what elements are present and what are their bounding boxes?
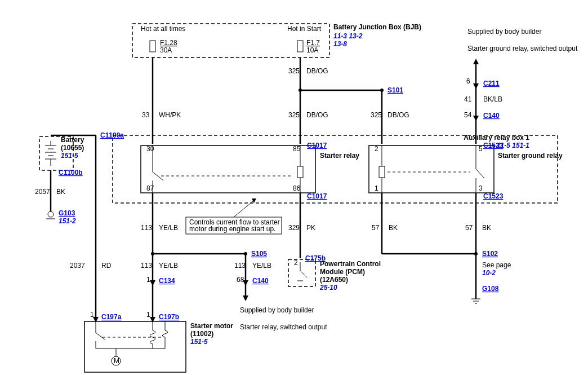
svg-text:RD: RD <box>101 262 112 270</box>
f17-amps: 10A <box>306 46 318 54</box>
supplied-2a: Supplied by body builder <box>467 28 541 36</box>
svg-text:113: 113 <box>234 262 246 270</box>
svg-line-59 <box>300 271 307 277</box>
svg-text:5: 5 <box>479 145 483 153</box>
svg-text:2: 2 <box>375 145 378 153</box>
w41-c: BK/LB <box>483 95 502 103</box>
svg-text:Auxiliary relay box 1: Auxiliary relay box 1 <box>464 134 529 142</box>
svg-text:BK: BK <box>389 224 398 232</box>
w54-n: 54 <box>464 111 472 119</box>
f17-name: F1.7 <box>306 39 320 47</box>
svg-line-87 <box>96 333 105 339</box>
c140-top: C140 <box>483 112 500 120</box>
w325b-n: 325 <box>288 111 300 119</box>
svg-text:motor during engine start up.: motor during engine start up. <box>189 225 275 233</box>
fuse-1-symbol <box>150 41 155 52</box>
g103: G103 <box>59 209 75 217</box>
svg-text:Battery: Battery <box>61 136 84 144</box>
svg-text:57: 57 <box>465 224 473 232</box>
svg-text:1: 1 <box>146 311 150 319</box>
svg-text:2037: 2037 <box>70 262 85 270</box>
seepage-ref: 10-2 <box>482 269 496 277</box>
c1523-bot: C1523 <box>483 192 504 200</box>
w325c-c: DB/OG <box>387 111 409 119</box>
svg-marker-47 <box>150 280 155 286</box>
w41-n: 41 <box>464 95 472 103</box>
g108: G108 <box>482 285 499 293</box>
svg-marker-2 <box>473 116 479 121</box>
w33-col: WH/PK <box>159 111 181 119</box>
svg-text:YE/LB: YE/LB <box>159 224 178 232</box>
svg-text:1: 1 <box>146 276 150 284</box>
c1100b: C1100b <box>59 169 83 177</box>
w325a-c: DB/OG <box>306 67 328 75</box>
w325c-n: 325 <box>371 111 382 119</box>
svg-text:30: 30 <box>146 145 154 153</box>
starter-gnd-note: Starter ground relay, switched output <box>467 45 578 52</box>
arrow-up-icon <box>473 59 479 64</box>
svg-text:113: 113 <box>141 224 152 232</box>
w6-n: 6 <box>466 77 470 85</box>
svg-text:YE/LB: YE/LB <box>159 262 178 270</box>
starter-ref: 151-5 <box>190 338 208 346</box>
f128-hot: Hot at all times <box>141 25 185 33</box>
svg-text:87: 87 <box>146 184 154 192</box>
starter-ground-relay <box>369 145 494 193</box>
s102: S102 <box>482 250 498 258</box>
svg-text:85: 85 <box>293 145 301 153</box>
fuse-2-symbol <box>297 41 303 52</box>
svg-marker-1 <box>473 83 479 89</box>
svg-text:3: 3 <box>479 184 483 192</box>
c140-bot: C140 <box>252 277 269 285</box>
svg-rect-21 <box>379 166 385 178</box>
svg-text:Supplied by body builder: Supplied by body builder <box>240 306 314 314</box>
starter-relay <box>141 145 315 193</box>
w325b-c: DB/OG <box>306 111 328 119</box>
svg-text:BK: BK <box>56 188 65 196</box>
svg-text:Powertrain Control: Powertrain Control <box>320 260 381 268</box>
bjb-ref-2: 13-8 <box>333 40 347 48</box>
c1017-bot: C1017 <box>307 192 327 200</box>
f128-name: F1.28 <box>160 39 177 47</box>
svg-text:(10655): (10655) <box>61 144 84 152</box>
c134: C134 <box>159 277 175 285</box>
svg-text:329: 329 <box>288 224 300 232</box>
c1523-top: C1523 <box>483 142 504 149</box>
ground-symbol <box>48 211 54 217</box>
seepage: See page <box>482 261 511 269</box>
wiring-diagram: Battery Junction Box (BJB) 11-3 13-2 13-… <box>0 0 588 375</box>
svg-text:Starter motor: Starter motor <box>190 322 233 330</box>
svg-line-25 <box>476 169 484 178</box>
svg-line-37 <box>234 198 256 217</box>
f128-amps: 30A <box>160 46 172 54</box>
svg-text:113: 113 <box>141 262 152 270</box>
s105: S105 <box>251 250 267 258</box>
w325a-n: 325 <box>288 67 300 75</box>
svg-text:YE/LB: YE/LB <box>252 262 271 270</box>
svg-text:Module (PCM): Module (PCM) <box>320 268 365 276</box>
s101: S101 <box>387 86 403 94</box>
sgr-label: Starter ground relay <box>498 152 563 160</box>
c1100a: C1100a <box>100 131 124 139</box>
c197b: C197b <box>159 313 179 321</box>
starter-motor <box>84 321 186 372</box>
svg-text:86: 86 <box>293 184 301 192</box>
starter-relay-label: Starter relay <box>320 152 359 160</box>
svg-text:(11002): (11002) <box>190 330 213 338</box>
svg-text:2057: 2057 <box>35 188 50 196</box>
svg-text:(12A650): (12A650) <box>320 276 348 284</box>
svg-text:BK: BK <box>482 224 491 232</box>
svg-rect-14 <box>297 166 303 178</box>
svg-text:68: 68 <box>237 276 244 284</box>
svg-point-53 <box>474 252 478 255</box>
c1017-top: C1017 <box>307 142 327 149</box>
battery-ref: 151-5 <box>61 152 78 160</box>
svg-text:PK: PK <box>306 224 315 232</box>
motor-icon: M <box>114 357 119 365</box>
w33-num: 33 <box>142 111 150 119</box>
c211: C211 <box>483 80 500 87</box>
arrow-down-icon <box>243 295 248 301</box>
arrow-icon <box>252 198 256 203</box>
pcm-ref: 25-10 <box>319 284 337 292</box>
g103-ref: 151-2 <box>59 217 76 225</box>
